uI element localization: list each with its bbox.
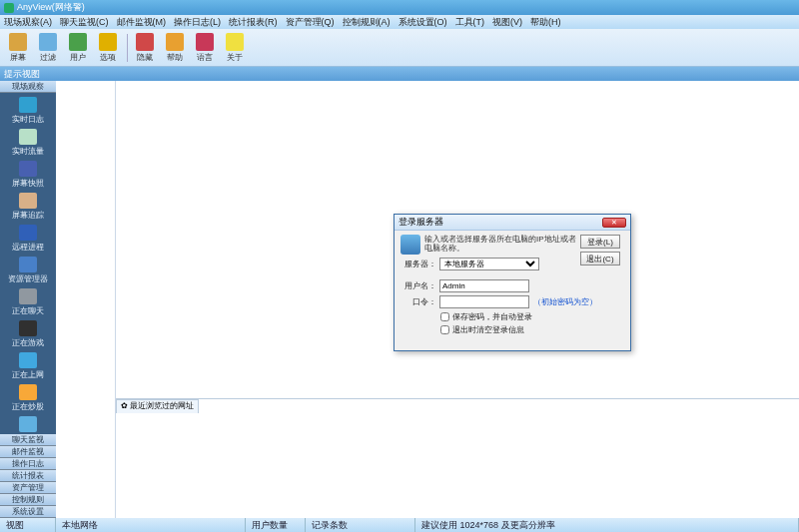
sidebar-tab-settings[interactable]: 系统设置	[0, 506, 56, 518]
sidebar-item-stocks[interactable]: 正在炒股	[0, 382, 56, 414]
toolbar-options-button[interactable]: 选项	[94, 31, 122, 65]
username-input[interactable]	[439, 279, 529, 292]
status-network: 本地网络	[56, 518, 246, 532]
login-button[interactable]: 登录(L)	[580, 235, 620, 249]
stock-icon	[19, 384, 37, 400]
flower-icon: ✿	[121, 401, 128, 410]
sidebar-item-browsing[interactable]: 正在上网	[0, 350, 56, 382]
home-icon	[9, 33, 27, 51]
user-icon	[69, 33, 87, 51]
sidebar: 现场观察 实时日志 实时流量 屏幕快照 屏幕追踪 远程进程 资源管理器 正在聊天…	[0, 81, 56, 518]
sidebar-item-label: 实时流量	[12, 146, 44, 157]
password-label: 口令：	[400, 296, 436, 307]
log-icon	[19, 97, 37, 113]
server-select[interactable]: 本地服务器	[439, 258, 539, 270]
remember-label: 保存密码，并自动登录	[452, 311, 532, 322]
dialog-hint: 输入或者选择服务器所在电脑的IP地址或者电脑名称。	[424, 236, 576, 254]
bulb-icon	[226, 33, 244, 51]
menu-item[interactable]: 系统设置(O)	[399, 16, 447, 29]
server-label: 服务器：	[400, 259, 436, 269]
browser-icon	[19, 352, 37, 368]
folder-icon	[19, 257, 37, 272]
toolbar-help-button[interactable]: 帮助	[161, 31, 189, 65]
status-user-count: 用户数量	[246, 518, 306, 532]
menu-item[interactable]: 操作日志(L)	[174, 16, 221, 29]
sidebar-item-label: 正在上网	[12, 369, 44, 380]
menu-item[interactable]: 视图(V)	[492, 16, 522, 29]
sidebar-tab-report[interactable]: 统计报表	[0, 470, 56, 482]
traffic-icon	[19, 129, 37, 145]
toolbar-label: 语言	[197, 52, 213, 63]
toolbar-label: 帮助	[167, 52, 183, 63]
process-icon	[19, 225, 37, 241]
toolbar-separator	[127, 34, 128, 62]
clear-on-exit-checkbox-row: 退出时清空登录信息	[440, 324, 624, 335]
sidebar-item-remote-process[interactable]: 远程进程	[0, 223, 56, 255]
globe-icon	[196, 33, 214, 51]
clear-on-exit-checkbox[interactable]	[440, 325, 449, 334]
toolbar-about-button[interactable]: 关于	[221, 31, 249, 65]
sidebar-item-chatgame-monitor[interactable]: 聊天游戏监视	[0, 414, 56, 434]
sidebar-tab-asset[interactable]: 资产管理	[0, 482, 56, 494]
remember-checkbox[interactable]	[440, 312, 449, 321]
help-icon	[166, 33, 184, 51]
sidebar-item-label: 正在游戏	[12, 337, 44, 348]
sidebar-bottom-tabs: 聊天监视 邮件监视 操作日志 统计报表 资产管理 控制规则 系统设置	[0, 434, 56, 518]
menu-item[interactable]: 聊天监视(C)	[60, 16, 109, 29]
menu-item[interactable]: 资产管理(Q)	[286, 16, 335, 29]
sidebar-item-realtime-traffic[interactable]: 实时流量	[0, 127, 56, 159]
status-view: 视图	[0, 518, 56, 532]
sidebar-item-gaming[interactable]: 正在游戏	[0, 318, 56, 350]
lock-icon	[136, 33, 154, 51]
toolbar-label: 过滤	[40, 52, 56, 63]
toolbar-language-button[interactable]: 语言	[191, 31, 219, 65]
menu-bar: 现场观察(A) 聊天监视(C) 邮件监视(M) 操作日志(L) 统计报表(R) …	[0, 15, 799, 29]
sidebar-active-tab[interactable]: 现场观察	[0, 81, 56, 93]
toolbar-hide-button[interactable]: 隐藏	[131, 31, 159, 65]
dialog-close-button[interactable]: ✕	[602, 218, 626, 228]
sidebar-tab-rules[interactable]: 控制规则	[0, 494, 56, 506]
left-panel-header: 提示视图	[0, 67, 799, 81]
toolbar-user-button[interactable]: 用户	[64, 31, 92, 65]
sidebar-item-explorer[interactable]: 资源管理器	[0, 255, 56, 286]
menu-item[interactable]: 帮助(H)	[530, 16, 561, 29]
filter-icon	[39, 33, 57, 51]
toolbar: 屏幕 过滤 用户 选项 隐藏 帮助 语言 关于	[0, 29, 799, 67]
sidebar-item-label: 正在炒股	[12, 401, 44, 412]
exit-button[interactable]: 退出(C)	[580, 252, 620, 266]
sidebar-item-label: 正在聊天	[12, 305, 44, 316]
app-icon	[4, 3, 14, 13]
toolbar-screen-button[interactable]: 屏幕	[4, 31, 32, 65]
toolbar-filter-button[interactable]: 过滤	[34, 31, 62, 65]
remember-checkbox-row: 保存密码，并自动登录	[440, 311, 624, 322]
bottom-tab-recent-urls[interactable]: ✿ 最近浏览过的网址	[116, 399, 199, 413]
status-record-count: 记录条数	[306, 518, 415, 532]
menu-item[interactable]: 统计报表(R)	[229, 16, 278, 29]
toolbar-label: 用户	[70, 52, 86, 63]
toolbar-label: 隐藏	[137, 52, 153, 63]
sidebar-item-label: 资源管理器	[8, 273, 48, 284]
gamepad-icon	[19, 320, 37, 336]
menu-item[interactable]: 邮件监视(M)	[117, 16, 167, 29]
sidebar-tab-mail[interactable]: 邮件监视	[0, 446, 56, 458]
sidebar-item-label: 远程进程	[12, 242, 44, 253]
status-resolution-hint: 建议使用 1024*768 及更高分辨率	[415, 518, 799, 532]
clear-on-exit-label: 退出时清空登录信息	[452, 324, 524, 335]
status-bar: 视图 本地网络 用户数量 记录条数 建议使用 1024*768 及更高分辨率	[0, 518, 799, 532]
sidebar-tab-chat[interactable]: 聊天监视	[0, 434, 56, 446]
menu-item[interactable]: 工具(T)	[455, 16, 485, 29]
sidebar-item-screen-track[interactable]: 屏幕追踪	[0, 191, 56, 223]
sidebar-items: 实时日志 实时流量 屏幕快照 屏幕追踪 远程进程 资源管理器 正在聊天 正在游戏…	[0, 93, 56, 434]
dialog-titlebar[interactable]: 登录服务器 ✕	[395, 215, 630, 231]
sidebar-item-label: 实时日志	[12, 114, 44, 125]
menu-item[interactable]: 现场观察(A)	[4, 16, 52, 29]
sidebar-item-realtime-log[interactable]: 实时日志	[0, 95, 56, 127]
password-input[interactable]	[439, 295, 529, 308]
dialog-body: 输入或者选择服务器所在电脑的IP地址或者电脑名称。 服务器： 本地服务器 登录(…	[395, 231, 630, 339]
camera-icon	[19, 161, 37, 177]
username-label: 用户名：	[400, 280, 436, 291]
sidebar-item-screenshot[interactable]: 屏幕快照	[0, 159, 56, 191]
sidebar-tab-oplog[interactable]: 操作日志	[0, 458, 56, 470]
menu-item[interactable]: 控制规则(A)	[343, 16, 391, 29]
sidebar-item-chatting[interactable]: 正在聊天	[0, 286, 56, 318]
